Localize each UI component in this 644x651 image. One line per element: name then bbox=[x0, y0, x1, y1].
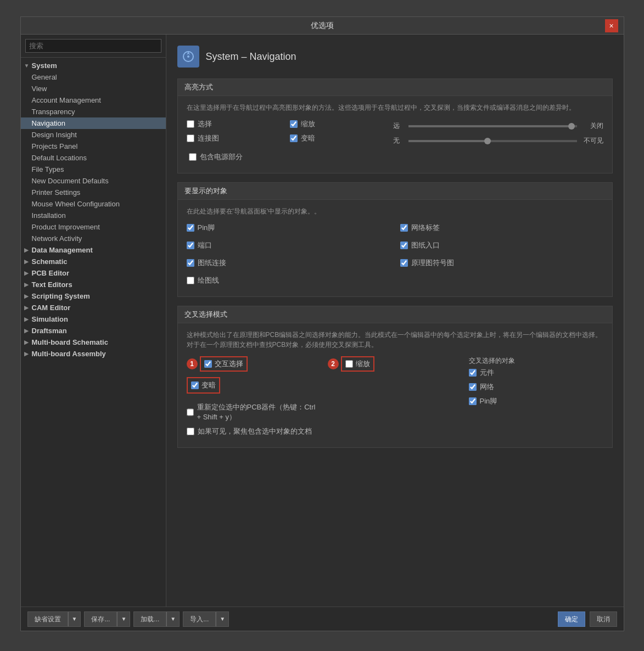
sidebar-item-label: Printer Settings bbox=[32, 188, 81, 197]
cb-netlabel-label: 网络标签 bbox=[411, 223, 440, 233]
checkbox-dim-label: 变暗 bbox=[301, 133, 315, 143]
checkbox-mutual[interactable] bbox=[204, 360, 212, 368]
sidebar-item-product-improvement[interactable]: Product Improvement bbox=[21, 221, 166, 233]
section-desc-display: 在此处选择要在'导航器面板'中显示的对象。。 bbox=[187, 206, 603, 216]
slider2-right-label: 不可见 bbox=[581, 136, 603, 145]
sidebar-item-schematic[interactable]: ▶ Schematic bbox=[21, 256, 166, 267]
checkbox-dim[interactable] bbox=[290, 134, 298, 142]
sidebar: ▼ System General View Account Management… bbox=[21, 35, 166, 607]
checkbox-focus[interactable] bbox=[187, 428, 194, 435]
checkbox-zoom-cross[interactable] bbox=[345, 360, 353, 368]
search-input[interactable] bbox=[25, 39, 161, 53]
checkbox-connect-row: 连接图 bbox=[187, 133, 285, 143]
checkbox-network[interactable] bbox=[469, 383, 477, 391]
checkbox-zoom[interactable] bbox=[290, 120, 298, 128]
checkbox-component[interactable] bbox=[469, 369, 477, 377]
sidebar-item-printer-settings[interactable]: Printer Settings bbox=[21, 187, 166, 198]
badge-2: 2 bbox=[328, 358, 339, 369]
checkbox-dim-cross[interactable] bbox=[191, 381, 199, 389]
sidebar-item-label: Design Insight bbox=[32, 131, 77, 139]
btn-default-dropdown[interactable]: ▼ bbox=[68, 611, 81, 627]
section-display-objects: 要显示的对象 在此处选择要在'导航器面板'中显示的对象。。 Pin脚 网络标签 bbox=[177, 182, 613, 297]
cb-netlabel-row: 网络标签 bbox=[400, 223, 603, 233]
sidebar-item-design-insight[interactable]: Design Insight bbox=[21, 129, 166, 141]
svg-point-1 bbox=[187, 55, 189, 58]
cb-mutual-label: 交互选择 bbox=[215, 359, 243, 369]
checkbox-drawwire[interactable] bbox=[187, 277, 194, 284]
sidebar-item-mouse-wheel-configuration[interactable]: Mouse Wheel Configuration bbox=[21, 198, 166, 210]
sidebar-item-label: Product Improvement bbox=[32, 223, 100, 231]
close-button[interactable]: × bbox=[605, 19, 618, 32]
arrow-icon: ▶ bbox=[24, 293, 32, 299]
sidebar-item-network-activity[interactable]: Network Activity bbox=[21, 233, 166, 244]
checkbox-netlabel[interactable] bbox=[400, 224, 408, 232]
checkbox-connect[interactable] bbox=[187, 134, 194, 142]
sidebar-item-simulation[interactable]: ▶ Simulation bbox=[21, 313, 166, 325]
sidebar-item-new-document-defaults[interactable]: New Document Defaults bbox=[21, 175, 166, 187]
sidebar-item-view[interactable]: View bbox=[21, 83, 166, 94]
arrow-icon: ▶ bbox=[24, 351, 32, 357]
btn-save[interactable]: 保存... bbox=[84, 611, 117, 627]
sidebar-item-general[interactable]: General bbox=[21, 71, 166, 83]
sidebar-item-text-editors[interactable]: ▶ Text Editors bbox=[21, 279, 166, 290]
checkbox-sheetwire[interactable] bbox=[187, 259, 194, 267]
tree: ▼ System General View Account Management… bbox=[21, 58, 166, 607]
cb-pin-label: Pin脚 bbox=[198, 223, 215, 233]
sidebar-item-installation[interactable]: Installation bbox=[21, 210, 166, 221]
slider2-track bbox=[408, 140, 577, 142]
footer-left: 缺省设置 ▼ 保存... ▼ 加载... ▼ 导入... ▼ bbox=[27, 611, 229, 627]
sidebar-item-label: Transparency bbox=[32, 108, 75, 116]
sidebar-item-file-types[interactable]: File Types bbox=[21, 164, 166, 175]
checkbox-pin[interactable] bbox=[187, 224, 194, 232]
checkbox-power[interactable] bbox=[189, 153, 197, 161]
search-box bbox=[21, 35, 166, 58]
btn-load[interactable]: 加载... bbox=[133, 611, 166, 627]
checkbox-schemsymbol[interactable] bbox=[400, 259, 408, 267]
sidebar-item-pcb-editor[interactable]: ▶ PCB Editor bbox=[21, 267, 166, 279]
cb-sheetentry-label: 图纸入口 bbox=[411, 240, 440, 250]
checkbox-sheetentry[interactable] bbox=[400, 242, 408, 249]
cross-col3: 交叉选择的对象 元件 网络 Pin脚 bbox=[469, 356, 603, 441]
checkbox-connect-label: 连接图 bbox=[198, 133, 219, 143]
cb-schemsymbol-row: 原理图符号图 bbox=[400, 258, 603, 268]
arrow-icon: ▶ bbox=[24, 270, 32, 276]
btn-import[interactable]: 导入... bbox=[183, 611, 216, 627]
checkbox-pin-cross[interactable] bbox=[469, 397, 477, 405]
btn-group-import: 导入... ▼ bbox=[183, 611, 229, 627]
cb-network-label: 网络 bbox=[480, 382, 494, 392]
section-header-highlight: 高亮方式 bbox=[178, 79, 612, 96]
cb-focus-row: 如果可见，聚焦包含选中对象的文档 bbox=[187, 426, 321, 436]
sidebar-item-label: Default Locations bbox=[32, 154, 87, 162]
sidebar-item-default-locations[interactable]: Default Locations bbox=[21, 152, 166, 164]
sidebar-item-label: Mouse Wheel Configuration bbox=[32, 200, 120, 208]
sidebar-item-transparency[interactable]: Transparency bbox=[21, 106, 166, 117]
btn-save-dropdown[interactable]: ▼ bbox=[117, 611, 130, 627]
section-desc-highlight: 在这里选择用于在导航过程中高亮图形对象的方法。这些选项用于在导航过程中，交叉探测… bbox=[187, 103, 603, 113]
cb-focus-label: 如果可见，聚焦包含选中对象的文档 bbox=[198, 426, 312, 436]
sidebar-item-multi-board-assembly[interactable]: ▶ Multi-board Assembly bbox=[21, 348, 166, 360]
sidebar-item-system[interactable]: ▼ System bbox=[21, 60, 166, 71]
arrow-icon: ▶ bbox=[24, 282, 32, 288]
checkbox-select[interactable] bbox=[187, 120, 194, 128]
nav-icon bbox=[177, 46, 199, 68]
checkbox-relocate[interactable] bbox=[187, 408, 194, 416]
sidebar-item-navigation[interactable]: Navigation bbox=[21, 117, 166, 129]
btn-cancel[interactable]: 取消 bbox=[590, 611, 617, 627]
sidebar-item-account-management[interactable]: Account Management bbox=[21, 94, 166, 106]
sidebar-item-draftsman[interactable]: ▶ Draftsman bbox=[21, 325, 166, 336]
page-header: System – Navigation bbox=[177, 46, 613, 68]
btn-load-dropdown[interactable]: ▼ bbox=[166, 611, 180, 627]
btn-default[interactable]: 缺省设置 bbox=[27, 611, 68, 627]
sidebar-item-cam-editor[interactable]: ▶ CAM Editor bbox=[21, 302, 166, 313]
cross-col1: 1 交互选择 变暗 bbox=[187, 356, 321, 441]
sidebar-item-scripting-system[interactable]: ▶ Scripting System bbox=[21, 290, 166, 302]
btn-import-dropdown[interactable]: ▼ bbox=[216, 611, 229, 627]
sidebar-item-label: View bbox=[32, 85, 47, 93]
sidebar-item-projects-panel[interactable]: Projects Panel bbox=[21, 141, 166, 152]
checkbox-port[interactable] bbox=[187, 242, 194, 249]
sidebar-item-label: File Types bbox=[32, 165, 64, 173]
sidebar-item-data-management[interactable]: ▶ Data Management bbox=[21, 244, 166, 256]
cb-pin-cross-row: Pin脚 bbox=[469, 396, 603, 406]
btn-ok[interactable]: 确定 bbox=[558, 611, 585, 627]
sidebar-item-multi-board-schematic[interactable]: ▶ Multi-board Schematic bbox=[21, 336, 166, 348]
